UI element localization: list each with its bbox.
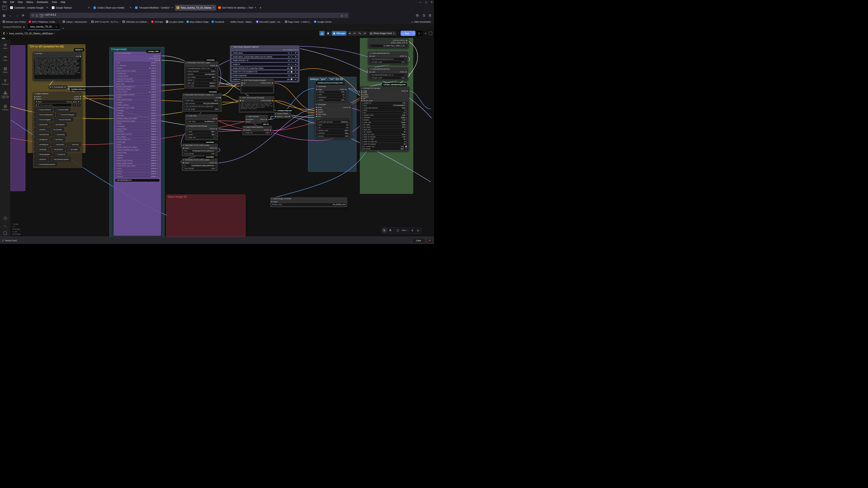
bookmark-item[interactable]: ✦Google Gemini: [314, 21, 331, 23]
minimize-icon[interactable]: —: [419, 1, 421, 3]
maximize-icon[interactable]: ▢: [425, 1, 427, 3]
gear-icon: ✿: [166, 21, 168, 23]
image-feed-bar: Resize Feed Clear ✕: [0, 236, 434, 244]
share-icon[interactable]: [362, 31, 368, 36]
manager-button[interactable]: Manager: [332, 31, 346, 36]
account-icon[interactable]: L: [414, 13, 420, 18]
panel-icon[interactable]: [4, 232, 7, 235]
update-all-icon[interactable]: [357, 31, 362, 36]
new-tab-button[interactable]: +: [259, 6, 261, 9]
resize-feed-button[interactable]: Resize Feed: [2, 239, 17, 242]
bookmark-item[interactable]: NNetflix France - Watch...: [227, 21, 253, 23]
select-tool-icon[interactable]: [382, 228, 387, 233]
graph-canvas[interactable]: [0, 37, 434, 236]
browser-tab[interactable]: C*Unsaved Workflow - ComfyUI✕: [133, 5, 175, 11]
url-bar[interactable]: http://127.0.0.1:8188 ☆: [30, 13, 349, 18]
sidebar-toggle-icon[interactable]: ▤: [1, 13, 7, 18]
new-workflow-button[interactable]: +: [60, 27, 66, 30]
hamburger-menu-icon[interactable]: ☰: [427, 13, 433, 18]
bookmark-item[interactable]: fFacebook: [212, 21, 224, 23]
forward-icon[interactable]: →: [14, 13, 20, 18]
update-icon[interactable]: [352, 31, 357, 36]
show-image-feed-button[interactable]: Show Image Feed: [369, 31, 397, 36]
queue-count-stepper[interactable]: 1 ▲▼: [416, 31, 423, 36]
menu-file[interactable]: File: [1, 1, 8, 4]
close-tab-icon[interactable]: ✕: [46, 6, 48, 9]
close-tab-icon[interactable]: ✕: [88, 6, 90, 9]
lightbulb-icon[interactable]: [410, 228, 414, 233]
pan-tool-icon[interactable]: [388, 228, 393, 233]
workflow-tab-unsaved[interactable]: Unsaved Workflow: [0, 24, 28, 30]
sidebar-item-models[interactable]: Models: [0, 67, 10, 73]
bookmark-star-icon[interactable]: ☆: [345, 14, 347, 17]
toggle-links-icon[interactable]: [416, 228, 421, 233]
close-tab-icon[interactable]: ✕: [55, 26, 57, 28]
star-icon[interactable]: ★: [348, 31, 352, 36]
close-tab-icon[interactable]: ✕: [171, 6, 173, 9]
logo-chevron-icon[interactable]: ▾: [7, 32, 8, 34]
bookmark-item[interactable]: ▶YouTube: [151, 21, 163, 23]
bookmark-item[interactable]: ◍Télévision sur Ordinat...: [123, 21, 148, 23]
globe-icon: ◍: [91, 21, 94, 23]
sidebar-item-nodes[interactable]: Nodes: [0, 55, 10, 61]
zoom-level-dropdown[interactable]: 74%▾: [401, 229, 407, 232]
browser-tab[interactable]: GConnexion : comptes Google✕: [8, 5, 50, 11]
bookmark-button[interactable]: [326, 31, 331, 36]
bookmark-item[interactable]: bbing créateur image: [186, 21, 209, 23]
workflow-title[interactable]: krea_nuncha_T2I_I2I_Ollama_ultiSDupsc: [9, 32, 53, 35]
tab-list-icon[interactable]: [2, 5, 7, 10]
fit-view-icon[interactable]: [396, 228, 400, 233]
bookmark-item[interactable]: ◍Cafeyn - Abonnement...: [63, 21, 88, 23]
browser-tab[interactable]: GGoogle Takeout✕: [50, 5, 91, 11]
menu-history[interactable]: History: [25, 1, 35, 4]
bookmark-item[interactable]: ✿Les plus visités: [166, 21, 184, 23]
clear-feed-button[interactable]: Clear: [412, 238, 425, 243]
other-bookmarks[interactable]: ▭Other Bookmarks: [411, 21, 431, 23]
close-window-icon[interactable]: ✕: [431, 1, 433, 3]
close-tab-icon[interactable]: ✕: [213, 6, 215, 9]
stop-icon[interactable]: [429, 32, 432, 35]
sidebar-item-workflows[interactable]: Workflows: [0, 79, 10, 85]
menu-view[interactable]: View: [16, 1, 24, 4]
run-dropdown-chevron-icon[interactable]: ▾: [411, 31, 415, 36]
browser-tab[interactable]: C*krea_nuncha_T2I_I2I_Ollama_u✕: [175, 5, 216, 11]
sidebar-item-queue[interactable]: Queue: [0, 43, 10, 49]
bookmark-item[interactable]: ◆Microsoft Copilot : vot...: [256, 21, 282, 23]
help-icon[interactable]: ?: [4, 217, 7, 220]
menu-tools[interactable]: Tools: [50, 1, 59, 4]
browser-tab[interactable]: ◠Get Firefox for desktop — Firef✕: [217, 5, 258, 11]
tab-title: *Unsaved Workflow - ComfyUI: [139, 6, 170, 9]
queue-down-icon[interactable]: ▼: [421, 33, 422, 35]
netflix-icon: N: [227, 21, 229, 23]
bookmark-item[interactable]: ◍SFR TV sur PC : la TV e...: [91, 21, 120, 23]
refresh-icon[interactable]: [393, 32, 395, 35]
close-tab-icon[interactable]: ✕: [254, 6, 256, 9]
back-icon[interactable]: ←: [8, 13, 13, 18]
bookmark-item[interactable]: ◍Débuter avec Firefox: [3, 21, 26, 23]
save-page-icon[interactable]: [341, 14, 343, 17]
bookmark-item[interactable]: ◍Page Assist - A Web U...: [285, 21, 311, 23]
bookmark-item[interactable]: SFRSFR | Téléphone, Forfai...: [29, 21, 57, 23]
extension-icon[interactable]: [421, 13, 426, 18]
cancel-run-icon[interactable]: ✕: [424, 32, 428, 35]
workflow-tab-active[interactable]: krea_nuncha_T2I_I2I... ✕: [28, 24, 60, 30]
close-feed-button[interactable]: ✕: [427, 238, 432, 243]
run-button[interactable]: ▷ Run ▾: [401, 31, 415, 36]
graph-view-button[interactable]: [319, 31, 324, 36]
shield-icon[interactable]: [32, 14, 34, 17]
sidebar-item-nodesmap[interactable]: Nodes Map (shift + m): [0, 91, 10, 98]
browser-tab[interactable]: CCivitai | Share your models✕: [92, 5, 133, 11]
terminal-icon[interactable]: >_: [4, 225, 6, 227]
nodesmap-icon: [3, 91, 7, 95]
reload-icon[interactable]: ⟳: [20, 13, 26, 18]
stat-line: N: 53 [32]: [12, 228, 20, 231]
menu-help[interactable]: Help: [59, 1, 67, 4]
sidebar-item-templates[interactable]: Templates: [0, 104, 10, 110]
close-tab-icon[interactable]: ✕: [129, 6, 131, 9]
workflow-title-chevron-icon[interactable]: ▾: [54, 32, 55, 34]
drag-handle-icon[interactable]: ⠿: [398, 32, 399, 35]
sidebar-item-label: Queue: [0, 47, 10, 49]
menu-edit[interactable]: Edit: [8, 1, 16, 4]
comfyui-logo[interactable]: C: [2, 31, 6, 36]
menu-bookmarks[interactable]: Bookmarks: [35, 1, 50, 4]
